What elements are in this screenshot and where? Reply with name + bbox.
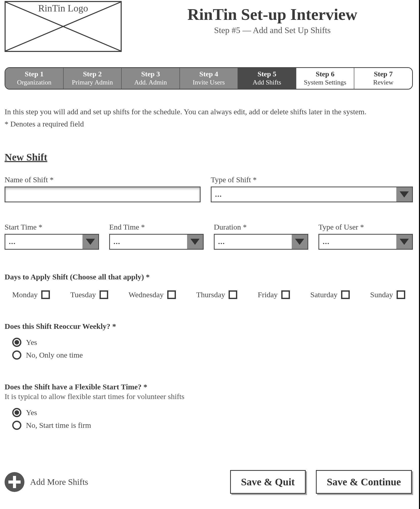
page-title: RinTin Set-up Interview xyxy=(132,5,413,24)
step-sub: System Settings xyxy=(297,79,353,86)
step-tab-4[interactable]: Step 4Invite Users xyxy=(180,68,238,89)
step-sub: Organization xyxy=(6,79,62,86)
step-tab-7[interactable]: Step 7Review xyxy=(354,68,412,89)
start-time-value: ... xyxy=(5,238,19,246)
reoccur-yes-label: Yes xyxy=(26,338,37,347)
reoccur-no[interactable]: No, Only one time xyxy=(12,350,413,360)
day-label: Wednesday xyxy=(129,290,164,299)
duration-label: Duration * xyxy=(214,223,308,231)
day-friday[interactable]: Friday xyxy=(258,290,290,299)
checkbox-icon xyxy=(229,290,237,299)
day-thursday[interactable]: Thursday xyxy=(196,290,237,299)
type-of-shift-label: Type of Shift * xyxy=(211,175,413,184)
flexible-yes[interactable]: Yes xyxy=(12,408,413,417)
step-title: Step 2 xyxy=(65,70,120,78)
type-of-user-label: Type of User * xyxy=(318,223,413,231)
step-tab-6[interactable]: Step 6System Settings xyxy=(296,68,355,89)
flexible-no-label: No, Start time is firm xyxy=(26,421,91,430)
step-title: Step 7 xyxy=(355,70,411,78)
step-tab-3[interactable]: Step 3Add. Admin xyxy=(122,68,180,89)
flexible-no[interactable]: No, Start time is firm xyxy=(12,421,413,430)
flexible-sub: It is typical to allow flexible start ti… xyxy=(5,392,413,401)
step-sub: Primary Admin xyxy=(65,79,120,86)
day-label: Saturday xyxy=(310,290,338,299)
checkbox-icon xyxy=(341,290,350,299)
day-label: Friday xyxy=(258,290,278,299)
radio-icon xyxy=(12,408,21,417)
dropdown-icon xyxy=(396,187,412,202)
name-of-shift-label: Name of Shift * xyxy=(5,175,201,184)
checkbox-icon xyxy=(41,290,50,299)
flexible-label: Does the Shift have a Flexible Start Tim… xyxy=(5,383,413,391)
checkbox-icon xyxy=(397,290,405,299)
checkbox-icon xyxy=(281,290,290,299)
dropdown-icon xyxy=(292,235,307,249)
add-more-shifts-button[interactable]: Add More Shifts xyxy=(5,472,88,492)
logo-placeholder: RinTin Logo xyxy=(5,1,122,52)
step-sub: Invite Users xyxy=(181,79,237,86)
type-of-user-value: ... xyxy=(319,238,333,246)
intro-text: In this step you will add and set up shi… xyxy=(5,107,413,116)
page-subtitle: Step #5 — Add and Set Up Shifts xyxy=(132,25,413,35)
logo-text: RinTin Logo xyxy=(37,3,89,14)
step-sub: Add Shifts xyxy=(239,79,295,86)
day-label: Thursday xyxy=(196,290,225,299)
day-saturday[interactable]: Saturday xyxy=(310,290,350,299)
step-title: Step 6 xyxy=(297,70,353,78)
plus-icon xyxy=(5,472,24,492)
end-time-label: End Time * xyxy=(109,223,204,231)
reoccur-label: Does this Shift Reoccur Weekly? * xyxy=(5,322,413,331)
day-sunday[interactable]: Sunday xyxy=(370,290,405,299)
dropdown-icon xyxy=(82,235,98,249)
dropdown-icon xyxy=(187,235,203,249)
section-title: New Shift xyxy=(5,151,413,163)
checkbox-icon xyxy=(167,290,176,299)
day-label: Sunday xyxy=(370,290,393,299)
radio-icon xyxy=(12,350,21,360)
required-note: * Denotes a required field xyxy=(5,120,413,128)
day-label: Monday xyxy=(12,290,38,299)
duration-value: ... xyxy=(215,238,229,246)
step-title: Step 5 xyxy=(239,70,295,78)
step-tab-5[interactable]: Step 5Add Shifts xyxy=(238,68,296,89)
day-monday[interactable]: Monday xyxy=(12,290,50,299)
save-continue-button[interactable]: Save & Continue xyxy=(316,470,412,494)
duration-select[interactable]: ... xyxy=(214,234,308,250)
radio-icon xyxy=(12,421,21,430)
step-sub: Add. Admin xyxy=(123,79,178,86)
type-of-user-select[interactable]: ... xyxy=(318,234,413,250)
step-nav: Step 1OrganizationStep 2Primary AdminSte… xyxy=(5,67,413,90)
checkbox-icon xyxy=(100,290,108,299)
day-tuesday[interactable]: Tuesday xyxy=(70,290,108,299)
flexible-yes-label: Yes xyxy=(26,408,37,417)
end-time-select[interactable]: ... xyxy=(109,234,204,250)
radio-icon xyxy=(12,338,21,347)
step-tab-1[interactable]: Step 1Organization xyxy=(5,68,64,89)
step-tab-2[interactable]: Step 2Primary Admin xyxy=(64,68,122,89)
step-title: Step 4 xyxy=(181,70,237,78)
day-label: Tuesday xyxy=(70,290,96,299)
step-sub: Review xyxy=(355,79,411,86)
step-title: Step 3 xyxy=(123,70,178,78)
add-more-label: Add More Shifts xyxy=(30,477,88,487)
type-of-shift-select[interactable]: ... xyxy=(211,187,413,202)
reoccur-no-label: No, Only one time xyxy=(26,351,83,359)
start-time-select[interactable]: ... xyxy=(5,234,99,250)
step-title: Step 1 xyxy=(6,70,62,78)
dropdown-icon xyxy=(396,235,412,249)
start-time-label: Start Time * xyxy=(5,223,99,231)
day-wednesday[interactable]: Wednesday xyxy=(129,290,176,299)
type-of-shift-value: ... xyxy=(212,190,226,199)
days-label: Days to Apply Shift (Choose all that app… xyxy=(5,273,413,281)
end-time-value: ... xyxy=(110,238,124,246)
reoccur-yes[interactable]: Yes xyxy=(12,338,413,347)
save-quit-button[interactable]: Save & Quit xyxy=(230,470,306,494)
name-of-shift-input[interactable] xyxy=(5,187,201,202)
